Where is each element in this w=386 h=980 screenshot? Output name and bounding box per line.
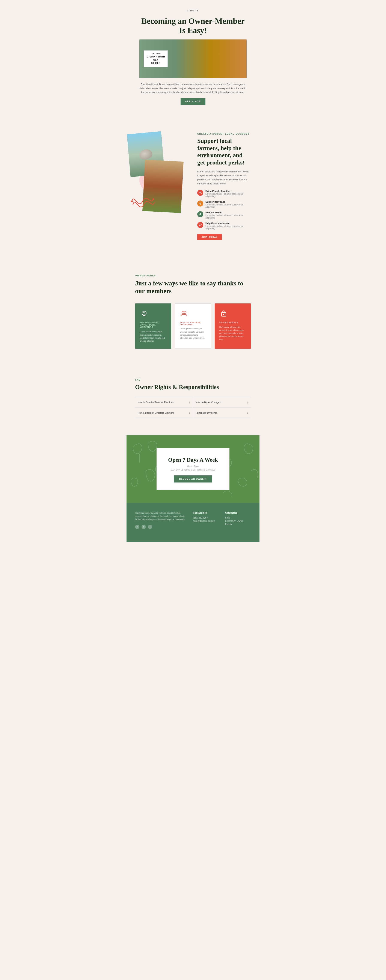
perk-2-desc: Lorem ipsum dolor augue. Vivamus nisl do… <box>180 327 206 340</box>
feature-text-2: Support fair trade Lorem ipsum dolor sit… <box>205 200 251 208</box>
perk-1-label: 15% OFF DURING OWNER PERK WEEKENDS <box>140 321 167 329</box>
faq-item-4[interactable]: Patronage Dividends ↓ <box>193 408 251 418</box>
price-sign-line3: USA <box>147 58 165 62</box>
perk-1-desc: Luctus lectus non quisque turpis bibendu… <box>140 330 167 343</box>
perk-3-label: 5% OFF ALWAYS <box>219 321 246 324</box>
faq-arrow-4: ↓ <box>247 411 248 415</box>
leaf-icon <box>197 222 203 228</box>
footer-categories: Categories Shop Become An Owner Events <box>225 511 251 529</box>
perk-card-3: 5% OFF ALWAYS Nisl massa, ultrices vitae… <box>214 304 251 349</box>
support-right: CREATE A ROBUST LOCAL ECONOMY Support lo… <box>193 129 259 245</box>
section-perks: OWNER PERKS Just a few ways we like to s… <box>127 262 259 366</box>
perk-icon-1 <box>140 309 148 318</box>
faq-question-2: Vote on Bylaw Changes <box>195 401 221 404</box>
price-sign-line1: ORGANIC <box>147 52 165 55</box>
apply-button[interactable]: APPLY NOW <box>181 98 206 105</box>
section-open: Open 7 Days A Week 8am - 8pm 1234 Diivi … <box>127 435 259 503</box>
footer-about: In pulvinar purus. Curabitur nisl odio, … <box>135 511 187 529</box>
open-card: Open 7 Days A Week 8am - 8pm 1234 Diivi … <box>157 448 229 490</box>
faq-question-1: Vote in Board of Director Elections <box>138 401 174 404</box>
footer-email[interactable]: hello@dillstoco-op.com <box>193 520 219 522</box>
perk-card-1: 15% OFF DURING OWNER PERK WEEKENDS Luctu… <box>135 304 172 349</box>
perk-3-desc: Nisl massa, ultrices vitae ornare sit am… <box>219 326 246 341</box>
feature-text-1: Bring People Together Lorem ipsum dolor … <box>205 190 251 197</box>
own-it-body: Quis blandit erat. Donec laoreet libero … <box>140 82 246 94</box>
faq-arrow-2: ↓ <box>247 401 248 404</box>
faq-item-2[interactable]: Vote on Bylaw Changes ↓ <box>193 397 251 408</box>
hero-image: ORGANIC GRANNY SMITH USA $3.99LB <box>140 40 246 78</box>
perks-grid: 15% OFF DURING OWNER PERK WEEKENDS Luctu… <box>135 304 251 349</box>
perk-icon-3 <box>219 309 228 318</box>
footer-cat-events[interactable]: Events <box>225 523 251 525</box>
footer-about-text: In pulvinar purus. Curabitur nisl odio, … <box>135 511 187 521</box>
feature-item-4: Help the environment Lorem ipsum dolor s… <box>197 222 251 230</box>
svg-point-1 <box>152 198 154 200</box>
feature-list: Bring People Together Lorem ipsum dolor … <box>197 190 251 230</box>
trade-icon <box>197 200 203 207</box>
svg-point-5 <box>182 312 184 314</box>
footer-contact: Contact Info (250) 252-6258 hello@dillst… <box>193 511 219 529</box>
feature-item-2: Support fair trade Lorem ipsum dolor sit… <box>197 200 251 208</box>
perks-title: Just a few ways we like to say thanks to… <box>135 279 251 295</box>
svg-point-8 <box>223 314 224 315</box>
faq-arrow-1: ↓ <box>189 401 190 404</box>
join-button[interactable]: JOIN TODAY <box>197 234 222 240</box>
footer: In pulvinar purus. Curabitur nisl odio, … <box>127 503 259 542</box>
faq-arrow-3: ↓ <box>189 411 190 415</box>
feature-item-1: Bring People Together Lorem ipsum dolor … <box>197 190 251 197</box>
support-label: CREATE A ROBUST LOCAL ECONOMY <box>197 133 251 135</box>
own-it-label: OWN IT <box>140 9 246 13</box>
perks-label: OWNER PERKS <box>135 275 251 277</box>
support-title: Support local farmers, help the environm… <box>197 137 251 166</box>
faq-item-3[interactable]: Run in Board of Directors Elections ↓ <box>135 408 193 418</box>
become-owner-button[interactable]: BECOME AN OWNER! <box>174 476 212 482</box>
section-own-it: OWN IT Becoming an Owner-Member Is Easy!… <box>127 0 259 116</box>
footer-contact-title: Contact Info <box>193 511 219 514</box>
collage-wrapper <box>127 129 193 221</box>
section-support: CREATE A ROBUST LOCAL ECONOMY Support lo… <box>127 116 259 262</box>
people-icon <box>197 190 203 196</box>
open-hours: 8am - 8pm <box>165 465 221 468</box>
open-title: Open 7 Days A Week <box>165 457 221 463</box>
open-address: 1234 Diivi St. #1000, San Francisco, CA … <box>165 469 221 471</box>
svg-point-6 <box>184 312 186 314</box>
footer-cat-owner[interactable]: Become An Owner <box>225 520 251 522</box>
faq-question-3: Run in Board of Directors Elections <box>138 412 174 414</box>
feature-text-4: Help the environment Lorem ipsum dolor s… <box>205 222 251 230</box>
recycle-icon <box>197 211 203 217</box>
perk-icon-2 <box>180 310 188 318</box>
squiggle-decoration <box>130 188 156 214</box>
perk-card-2: SPECIAL PARTNER DISCOUNTS Lorem ipsum do… <box>175 304 211 349</box>
feature-item-3: Reduce Waste Lorem ipsum dolor sit amet … <box>197 211 251 219</box>
feature-text-3: Reduce Waste Lorem ipsum dolor sit amet … <box>205 211 251 219</box>
footer-social: f t i <box>135 525 187 529</box>
perk-2-label: SPECIAL PARTNER DISCOUNTS <box>180 322 206 326</box>
faq-title: Owner Rights & Responsibilities <box>135 383 251 390</box>
price-sign: ORGANIC GRANNY SMITH USA $3.99LB <box>144 50 168 67</box>
faq-item-1[interactable]: Vote in Board of Director Elections ↓ <box>135 397 193 408</box>
section-faq: FAQ Owner Rights & Responsibilities Vote… <box>127 366 259 435</box>
svg-point-2 <box>199 192 200 192</box>
footer-phone: (250) 252-6258 <box>193 517 219 519</box>
faq-question-4: Patronage Dividends <box>195 412 218 414</box>
support-left <box>127 129 193 245</box>
svg-point-3 <box>200 192 201 192</box>
footer-categories-title: Categories <box>225 511 251 514</box>
instagram-icon[interactable]: i <box>148 525 152 529</box>
price-sign-line4: $3.99LB <box>147 62 165 65</box>
faq-label: FAQ <box>135 379 251 381</box>
svg-point-0 <box>131 200 133 202</box>
footer-cat-shop[interactable]: Shop <box>225 517 251 519</box>
footer-grid: In pulvinar purus. Curabitur nisl odio, … <box>135 511 251 529</box>
support-body: Et non adipiscing congue fermentum enim.… <box>197 170 251 186</box>
faq-grid: Vote in Board of Director Elections ↓ Vo… <box>135 397 251 418</box>
facebook-icon[interactable]: f <box>135 525 140 529</box>
price-sign-line2: GRANNY SMITH <box>147 55 165 58</box>
twitter-icon[interactable]: t <box>141 525 146 529</box>
own-it-title: Becoming an Owner-Member Is Easy! <box>140 16 246 35</box>
